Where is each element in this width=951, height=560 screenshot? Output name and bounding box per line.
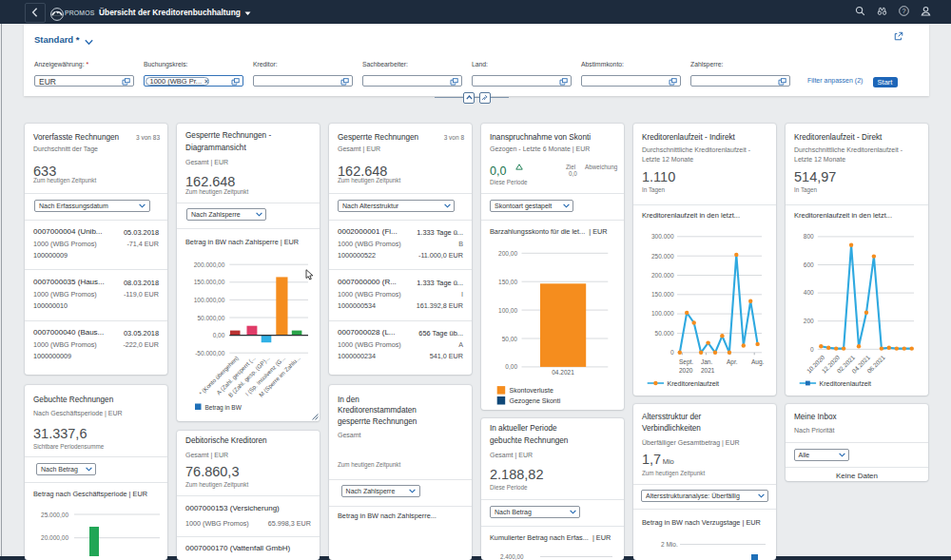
svg-text:0: 0	[810, 346, 814, 353]
svg-text:100,00: 100,00	[498, 307, 517, 314]
svg-text:Sept.: Sept.	[679, 358, 693, 366]
svg-text:400: 400	[804, 289, 814, 296]
svg-text:25.000,00: 25.000,00	[41, 512, 68, 518]
svg-text:04.2021: 04.2021	[552, 369, 574, 376]
svg-text:Betrag in BW: Betrag in BW	[205, 404, 243, 412]
svg-text:?: ?	[902, 7, 906, 15]
svg-text:600: 600	[804, 261, 814, 268]
svg-text:20.000,00: 20.000,00	[41, 534, 68, 541]
svg-text:Jan.: Jan.	[701, 358, 712, 365]
svg-text:100.000: 100.000	[651, 310, 674, 317]
svg-text:2020: 2020	[679, 367, 693, 374]
svg-text:200,00: 200,00	[498, 250, 517, 257]
svg-text:2021: 2021	[701, 367, 715, 374]
svg-text:50.000: 50.000	[655, 330, 674, 337]
svg-text:200: 200	[804, 318, 814, 324]
svg-text:50,00: 50,00	[502, 336, 518, 342]
svg-text:Apr.: Apr.	[727, 358, 738, 366]
svg-text:100.000,00: 100.000,00	[194, 297, 225, 303]
svg-text:300.000: 300.000	[651, 233, 674, 240]
svg-text:Skontoverluste: Skontoverluste	[510, 387, 553, 394]
svg-text:200.000: 200.000	[651, 272, 674, 279]
svg-text:250.000: 250.000	[651, 253, 674, 260]
svg-text:150.000: 150.000	[651, 291, 674, 298]
svg-text:Aug.: Aug.	[751, 358, 765, 366]
svg-text:800: 800	[804, 233, 814, 240]
svg-text:Kreditorenlaufzeit: Kreditorenlaufzeit	[820, 380, 872, 387]
svg-text:Kreditorenlaufzeit: Kreditorenlaufzeit	[668, 380, 720, 387]
svg-text:150.000,00: 150.000,00	[194, 279, 225, 285]
svg-text:200.000,00: 200.000,00	[194, 261, 225, 268]
svg-text:150,00: 150,00	[498, 279, 517, 285]
svg-text:0: 0	[670, 349, 674, 356]
svg-text:0,00: 0,00	[213, 332, 225, 338]
svg-text:0,00: 0,00	[505, 363, 517, 370]
svg-text:Gezogene Skonti: Gezogene Skonti	[510, 397, 561, 405]
svg-text:-50.000,00: -50.000,00	[195, 350, 224, 357]
svg-text:50.000,00: 50.000,00	[197, 315, 224, 321]
